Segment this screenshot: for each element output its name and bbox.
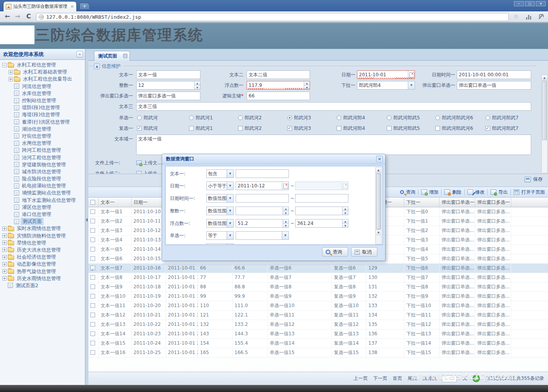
tree-item-实时水雨情信息管理[interactable]: +实时水雨情信息管理	[0, 225, 85, 232]
datetime1-input[interactable]: 2011-10-01 00:00:01	[457, 70, 531, 79]
column-header-日期一[interactable]: 日期一	[132, 198, 166, 207]
subpage-button[interactable]: 打开子页面	[514, 189, 545, 196]
row-select-cell[interactable]	[88, 292, 99, 301]
edit-button[interactable]: 修改	[467, 189, 485, 196]
prev-page-button[interactable]: 上一页	[353, 375, 368, 382]
dialog-value-input[interactable]	[236, 194, 289, 203]
add-button[interactable]: +增加	[421, 189, 438, 196]
dialog-value-input[interactable]: 51.2▲▼	[236, 219, 289, 228]
tree-expander-plus-icon[interactable]: +	[2, 241, 7, 245]
int1-spinner[interactable]: 12 ▲▼	[136, 81, 200, 90]
checkbox-icon[interactable]	[137, 126, 142, 131]
checkbox-icon[interactable]	[189, 126, 194, 131]
radio-option-郎武河2[interactable]: 郎武河2	[238, 113, 262, 122]
row-checkbox[interactable]	[90, 266, 95, 270]
row-checkbox[interactable]	[90, 237, 95, 242]
chevron-down-icon[interactable]: ▼	[227, 182, 233, 190]
checkbox-option-郎武河3[interactable]: 郎武河3	[287, 124, 311, 133]
table-row[interactable]: 文本一值122011-10-212011-10-01 2...121122.1单…	[88, 311, 548, 320]
checkbox-option-郎武河2[interactable]: 郎武河2	[238, 124, 262, 133]
tree-item-海堤(段)信息管理[interactable]: 海堤(段)信息管理	[0, 111, 85, 118]
operator-combo[interactable]: ▼	[206, 243, 234, 245]
table-row[interactable]: 文本一值82011-10-172011-10-01 1...7777.7单选一值…	[88, 273, 548, 282]
chevron-down-icon[interactable]: ▼	[282, 232, 288, 239]
float1-spinner[interactable]: 117.9 ▲▼	[247, 81, 310, 90]
tree-item-跨河工程信息管理[interactable]: 跨河工程信息管理	[0, 147, 85, 154]
next-page-button[interactable]: 下一页	[373, 375, 387, 382]
tree-expander-plus-icon[interactable]: +	[2, 276, 7, 281]
table-row[interactable]: 文本一值152011-10-242011-10-01 2...154155.4单…	[88, 339, 548, 348]
row-select-cell[interactable]	[88, 320, 99, 329]
table-row[interactable]: 文本一值162011-10-252011-10-01 2...165166.5单…	[88, 348, 548, 358]
tree-item-控制站信息管理[interactable]: 控制站信息管理	[0, 97, 85, 104]
chevron-down-icon[interactable]: ▼	[227, 232, 233, 239]
form-scrollbar[interactable]: ▲	[541, 75, 548, 173]
forward-button[interactable]: →	[13, 13, 22, 20]
table-row[interactable]: 文本一值132011-10-222011-10-01 2...132133.2单…	[88, 320, 548, 329]
row-select-cell[interactable]	[88, 245, 99, 254]
checkbox-option-郎武河郎武河6[interactable]: 郎武河郎武河6	[435, 124, 473, 133]
spinner-arrows-icon[interactable]: ▲▼	[342, 207, 348, 215]
table-row[interactable]: 文本一值92011-10-182011-10-01 1...8888.8单选一值…	[88, 282, 548, 292]
checkbox-option-郎武河郎武7[interactable]: 郎武河郎武7	[485, 124, 519, 133]
tab-close-icon[interactable]: ×	[123, 54, 128, 58]
column-header-下拉一[interactable]: 下拉一	[404, 198, 440, 207]
row-checkbox[interactable]	[90, 284, 95, 289]
tree-item-险点险段信息管理[interactable]: 险点险段信息管理	[0, 175, 85, 182]
url-bar[interactable]: 127.0.0.1:8080/WRBST/index2.jsp	[36, 13, 509, 21]
radio-icon[interactable]	[387, 115, 391, 120]
tree-item-旱情信息管理[interactable]: +旱情信息管理	[0, 239, 85, 246]
operator-combo[interactable]: 小于等于▼	[206, 182, 234, 190]
tree-item-地下水监测站点信息管理[interactable]: 地下水监测站点信息管理	[0, 197, 85, 204]
column-header-弹出窗口单选一[interactable]: 弹出窗口单选一	[440, 198, 475, 207]
tree-item-机电排灌站信息管理[interactable]: 机电排灌站信息管理	[0, 182, 85, 189]
radio-option-郎武河1[interactable]: 郎武河1	[189, 113, 213, 122]
row-select-cell[interactable]	[88, 348, 99, 358]
dialog-value2-input[interactable]	[295, 182, 348, 190]
operator-combo[interactable]: 包含▼	[206, 169, 234, 178]
row-select-cell[interactable]	[88, 236, 99, 245]
checkbox-option-郎武河1[interactable]: 郎武河1	[189, 124, 213, 133]
dialog-cancel-button[interactable]: 取消	[351, 247, 377, 257]
back-button[interactable]: ←	[3, 13, 12, 20]
tree-item-水闸信息管理[interactable]: 水闸信息管理	[0, 140, 85, 147]
tree-item-穿堤建筑物信息管理[interactable]: 穿堤建筑物信息管理	[0, 161, 85, 168]
scroll-thumb[interactable]	[542, 81, 547, 140]
chevron-down-icon[interactable]: ▼	[227, 219, 233, 227]
row-select-cell[interactable]	[88, 301, 99, 311]
column-header-弹出窗口多选一[interactable]: 弹出窗口多选一	[475, 198, 511, 207]
tree-item-水利工程基础表管理[interactable]: +水利工程基础表管理	[0, 68, 85, 76]
radio-icon[interactable]	[337, 115, 341, 120]
text2-input[interactable]: 文本二值	[247, 70, 310, 79]
new-tab-button[interactable]: +	[79, 3, 90, 10]
row-checkbox[interactable]	[90, 322, 95, 327]
dialog-value-input[interactable]	[236, 169, 289, 178]
radio-icon[interactable]	[238, 115, 243, 120]
row-select-cell[interactable]	[88, 329, 99, 339]
dialog-value2-input[interactable]: 361.24▲▼	[295, 219, 348, 228]
tree-item-堤防(段)信息管理[interactable]: 堤防(段)信息管理	[0, 104, 85, 111]
checkbox-option-郎武河郎4[interactable]: 郎武河郎4	[337, 124, 365, 133]
chevron-down-icon[interactable]: ▼	[227, 194, 233, 202]
row-select-cell[interactable]	[88, 282, 99, 292]
wrench-menu-icon[interactable]	[538, 14, 543, 20]
tab-test-page[interactable]: 测试页面 ×	[94, 51, 130, 61]
checkbox-option-郎武河[interactable]: 郎武河	[137, 124, 158, 133]
row-checkbox[interactable]	[90, 275, 95, 280]
tree-item-热带气旋信息管理[interactable]: +热带气旋信息管理	[0, 268, 85, 275]
scroll-down-icon[interactable]: ▼	[376, 230, 381, 236]
bookmark-star-icon[interactable]: ☆	[514, 13, 519, 20]
checkbox-icon[interactable]	[238, 126, 243, 131]
row-select-cell[interactable]	[88, 311, 99, 320]
table-row[interactable]: 文本一值142011-10-232011-10-01 2...143144.3单…	[88, 329, 548, 339]
tree-item-历史水雨情信息管理[interactable]: +历史水雨情信息管理	[0, 275, 85, 282]
tree-item-水利工程信息批量导出[interactable]: +水利工程信息批量导出	[0, 76, 85, 83]
row-select-cell[interactable]	[88, 339, 99, 348]
tree-expander-plus-icon[interactable]: +	[2, 234, 7, 238]
tree-item-墒情监测站点信息管理[interactable]: 墒情监测站点信息管理	[0, 189, 85, 196]
sidebar-collapse-button[interactable]: «	[76, 51, 83, 58]
window-close-button[interactable]: ✕	[536, 1, 546, 6]
radio-option-郎武河3[interactable]: 郎武河3	[287, 113, 311, 122]
window-minimize-button[interactable]: ─	[514, 1, 524, 6]
row-checkbox[interactable]	[90, 256, 95, 261]
